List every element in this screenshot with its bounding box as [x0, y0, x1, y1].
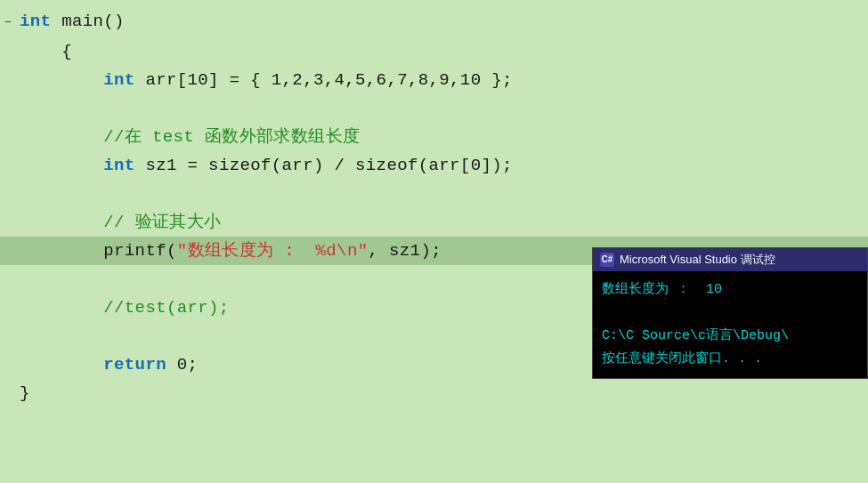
code-line-2: { [0, 37, 868, 66]
console-line-3: C:\C Source\c语言\Debug\ [602, 325, 858, 348]
code-text-7 [16, 180, 868, 208]
code-text-4 [16, 94, 868, 123]
keyword-int-1: int [20, 12, 51, 31]
keyword-return: return [103, 355, 166, 374]
indent-11 [20, 298, 103, 318]
printf-args: , sz1); [368, 241, 441, 261]
indent-6 [20, 156, 103, 175]
editor-container: − int main() { int arr[10] = { 1,2,3,4,5… [0, 0, 868, 483]
code-line-6: int sz1 = sizeof(arr) / sizeof(arr[0]); [0, 151, 868, 180]
code-main: main() [51, 12, 124, 31]
code-text-14: } [16, 379, 868, 407]
console-line-1: 数组长度为 ： 10 [602, 278, 858, 302]
printf-call: printf( [103, 241, 176, 261]
console-line-2 [602, 302, 858, 325]
open-brace: { [20, 42, 72, 61]
close-brace: } [20, 383, 30, 403]
code-text-8: // 验证其大小 [16, 208, 868, 237]
code-text-1: int main() [16, 7, 868, 36]
code-line-3: int arr[10] = { 1,2,3,4,5,6,7,8,9,10 }; [0, 66, 868, 94]
printf-string: "数组长度为 : %d\n" [177, 241, 369, 261]
keyword-int-6: int [103, 156, 134, 175]
code-line-8: // 验证其大小 [0, 208, 868, 237]
indent-5 [20, 127, 103, 147]
console-overlay: C# Microsoft Visual Studio 调试控 数组长度为 ： 1… [592, 247, 868, 379]
code-text-2: { [16, 37, 868, 66]
comment-8: // 验证其大小 [103, 213, 221, 232]
console-line-4: 按任意键关闭此窗口. . . [602, 348, 858, 371]
code-line-7 [0, 180, 868, 208]
code-text-6: int sz1 = sizeof(arr) / sizeof(arr[0]); [16, 151, 868, 180]
code-line-14: } [0, 379, 868, 407]
console-title: Microsoft Visual Studio 调试控 [620, 252, 775, 268]
indent-9 [20, 241, 103, 261]
arr-decl: arr[10] = { 1,2,3,4,5,6,7,8,9,10 }; [135, 70, 513, 90]
console-icon: C# [600, 253, 614, 267]
code-area: − int main() { int arr[10] = { 1,2,3,4,5… [0, 0, 868, 483]
console-body: 数组长度为 ： 10 C:\C Source\c语言\Debug\ 按任意键关闭… [593, 271, 867, 378]
comment-11: //test(arr); [103, 298, 229, 318]
console-titlebar: C# Microsoft Visual Studio 调试控 [593, 248, 867, 271]
indent-8 [20, 213, 103, 232]
code-line-5: //在 test 函数外部求数组长度 [0, 123, 868, 151]
sz1-decl: sz1 = sizeof(arr) / sizeof(arr[0]); [135, 156, 513, 175]
keyword-int-3: int [103, 70, 134, 90]
code-line-1: − int main() [0, 7, 868, 37]
indent-13 [20, 355, 103, 374]
code-text-5: //在 test 函数外部求数组长度 [16, 123, 868, 151]
indent-3 [20, 70, 103, 90]
collapse-button-1[interactable]: − [0, 9, 16, 37]
comment-5: //在 test 函数外部求数组长度 [103, 127, 360, 147]
code-line-4 [0, 94, 868, 123]
return-val: 0; [166, 355, 198, 374]
code-text-3: int arr[10] = { 1,2,3,4,5,6,7,8,9,10 }; [16, 66, 868, 94]
